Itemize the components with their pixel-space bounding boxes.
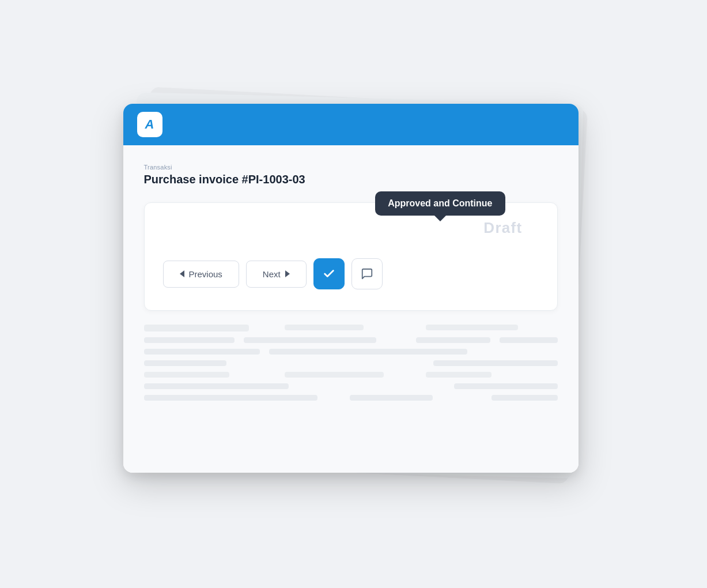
logo-letter: A: [145, 117, 154, 132]
page-title: Purchase invoice #PI-1003-03: [144, 173, 558, 186]
blur-block: [426, 325, 518, 330]
comment-button[interactable]: [351, 258, 383, 289]
blur-block: [492, 395, 558, 401]
arrow-right-icon: [285, 270, 290, 277]
blur-block: [244, 337, 376, 343]
buttons-row: Previous Next: [163, 258, 539, 289]
arrow-left-icon: [180, 270, 184, 277]
next-button[interactable]: Next: [246, 261, 307, 288]
breadcrumb: Transaksi: [144, 164, 558, 171]
approve-button[interactable]: [313, 258, 345, 289]
action-card: Draft Approved and Continue Previous: [144, 202, 558, 311]
tooltip-wrapper: Approved and Continue: [375, 191, 505, 221]
blur-block: [144, 360, 227, 366]
tooltip-bubble: Approved and Continue: [375, 191, 505, 216]
checkmark-icon: [323, 267, 335, 280]
previous-button[interactable]: Previous: [163, 261, 239, 288]
blur-block: [144, 325, 249, 331]
previous-label: Previous: [189, 269, 222, 279]
blur-block: [426, 372, 492, 378]
blur-block: [144, 372, 230, 378]
blur-block: [500, 337, 558, 343]
draft-watermark: Draft: [483, 219, 522, 237]
blur-block: [144, 395, 318, 401]
tooltip-text: Approved and Continue: [388, 198, 492, 208]
comment-icon: [361, 267, 373, 280]
tooltip-arrow: [434, 216, 446, 221]
blurred-content-area: [144, 325, 558, 401]
blur-block: [144, 337, 235, 343]
blur-block: [144, 349, 260, 355]
blur-block: [433, 360, 557, 366]
window-header: A: [123, 104, 579, 145]
window-content: Transaksi Purchase invoice #PI-1003-03 D…: [123, 145, 579, 473]
blur-block: [454, 383, 558, 389]
blur-block: [416, 337, 490, 343]
blur-block: [144, 383, 289, 389]
blur-block: [285, 372, 384, 378]
scene-container: A Transaksi Purchase invoice #PI-1003-03…: [118, 92, 590, 496]
blur-block: [350, 395, 433, 401]
logo: A: [137, 112, 162, 137]
main-window: A Transaksi Purchase invoice #PI-1003-03…: [123, 104, 579, 473]
blur-block: [285, 325, 364, 330]
next-label: Next: [263, 269, 281, 279]
blur-block: [269, 349, 468, 355]
